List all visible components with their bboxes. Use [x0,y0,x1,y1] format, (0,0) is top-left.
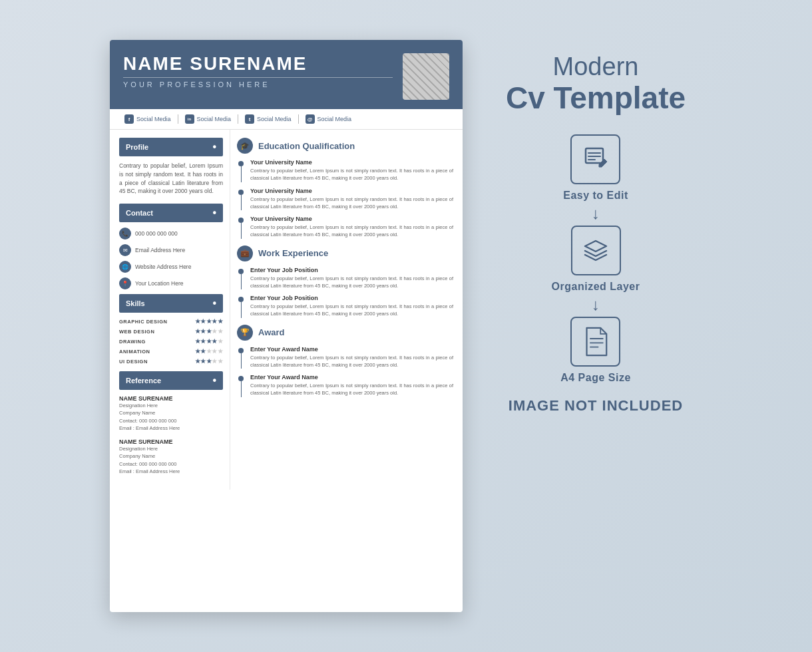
ref-designation-1: Designation Here [119,402,223,409]
award-vert-1 [241,353,242,369]
timeline-vert-1 [241,166,242,182]
timeline-dot-2 [238,190,244,195]
arrow-1: ↓ [592,204,600,223]
award-body-2: Contrary to popular belief, Lorem Ipsum … [250,382,453,397]
reference-section-header: Reference [119,371,223,390]
contact-email: ✉ Email Address Here [119,244,223,256]
education-title: Education Qualification [258,141,355,151]
edu-item-2: Your University Name Contrary to popular… [237,188,453,211]
edu-content-2: Your University Name Contrary to popular… [250,188,453,211]
linkedin-icon: in [185,114,194,124]
skill-name-4: ANIMATION [119,349,150,355]
award-header: 🏆 Award [237,325,453,341]
skill-name-3: DRAWING [119,339,146,345]
exp-item-2: Enter Your Job Position Contrary to popu… [237,295,453,318]
cv-card: NAME SURENAME YOUR PROFESSION HERE f Soc… [110,40,463,612]
award-subtitle-2: Enter Your Award Name [250,374,453,381]
timeline-line-2 [237,188,245,211]
skills-title: Skills [126,299,145,307]
award-body-1: Contrary to popular belief, Lorem Ipsum … [250,354,453,369]
skill-row-3: DRAWING ★★★★★ [119,338,223,345]
exp-body-2: Contrary to popular belief, Lorem Ipsum … [250,303,453,318]
award-item-2: Enter Your Award Name Contrary to popula… [237,374,453,397]
experience-icon: 💼 [237,245,253,261]
award-content-2: Enter Your Award Name Contrary to popula… [250,374,453,397]
skill-name-1: GRAPHIC DESIGN [119,319,167,325]
reference-entry-2: NAME SURENAME Designation Here Company N… [119,438,223,475]
ref-email-2: Email : Email Address Here [119,468,223,475]
social-label-1: Social Media [136,116,171,122]
edit-icon-box [570,134,620,184]
email-text: Email Address Here [135,247,185,253]
website-icon: 🌐 [119,261,131,273]
skill-row-5: UI DESIGN ★★★★★ [119,358,223,365]
exp-subtitle-1: Enter Your Job Position [250,267,453,273]
exp-content-2: Enter Your Job Position Contrary to popu… [250,295,453,318]
feature-layer-label: Organized Layer [552,281,640,293]
ref-email-1: Email : Email Address Here [119,424,223,432]
edu-item-1: Your University Name Contrary to popular… [237,159,453,182]
award-title: Award [258,327,285,337]
exp-content-1: Enter Your Job Position Contrary to popu… [250,267,453,290]
contact-title: Contact [126,209,153,217]
main-title: Modern Cv Template [506,53,686,114]
award-icon: 🏆 [237,325,253,341]
reference-entry-1: NAME SURENAME Designation Here Company N… [119,395,223,432]
feature-edit: Easy to Edit [563,134,628,202]
exp-vert-1 [241,274,242,290]
experience-header: 💼 Work Experience [237,245,453,261]
exp-dot-1 [238,269,244,274]
timeline-dot-3 [238,218,244,223]
location-text: Your Location Here [135,280,183,287]
skill-name-2: WEB DESIGN [119,329,154,335]
website-text: Website Address Here [135,263,191,270]
cv-header: NAME SURENAME YOUR PROFESSION HERE [110,40,463,109]
education-header: 🎓 Education Qualification [237,138,453,154]
education-section: 🎓 Education Qualification Your Universit… [237,138,453,239]
ref-name-2: NAME SURENAME [119,438,223,445]
cv-header-left: NAME SURENAME YOUR PROFESSION HERE [123,53,393,88]
skill-stars-4: ★★★★★ [195,348,224,355]
award-item-1: Enter Your Award Name Contrary to popula… [237,346,453,369]
layer-icon-box [571,226,621,275]
feature-a4-label: A4 Page Size [560,372,631,384]
phone-text: 000 000 000 000 [135,230,178,237]
skill-row-4: ANIMATION ★★★★★ [119,348,223,355]
skill-row-1: GRAPHIC DESIGN ★★★★★ [119,318,223,325]
skill-stars-1: ★★★★★ [195,318,224,325]
award-dot-1 [238,348,244,353]
location-icon: 📍 [119,277,131,289]
cv-left-column: Profile Contrary to popular belief, Lore… [110,130,230,490]
contact-section-header: Contact [119,204,223,222]
edu-item-3: Your University Name Contrary to popular… [237,216,453,239]
social-item-3: t Social Media [238,114,299,124]
twitter-icon: t [245,114,254,124]
a4-icon-box [570,317,620,367]
skill-stars-5: ★★★★★ [195,358,224,365]
feature-layer: Organized Layer [552,226,640,293]
skill-stars-2: ★★★★★ [195,328,224,335]
award-line-2 [237,374,245,397]
social-item-1: f Social Media [118,114,178,124]
edit-icon [580,144,610,174]
exp-vert-2 [241,302,242,318]
social-item-2: in Social Media [178,114,239,124]
contact-phone: 📞 000 000 000 000 [119,228,223,240]
exp-line-1 [237,267,245,290]
ref-company-2: Company Name [119,452,223,460]
title-line2: Cv Template [506,81,686,115]
features-list: Easy to Edit ↓ Organized Layer ↓ [489,134,702,384]
cv-name: NAME SURENAME [123,53,393,75]
edu-subtitle-2: Your University Name [250,188,453,194]
reference-title: Reference [126,377,161,385]
experience-section: 💼 Work Experience Enter Your Job Positio… [237,245,453,318]
social-label-3: Social Media [257,116,292,122]
award-content-1: Enter Your Award Name Contrary to popula… [250,346,453,369]
timeline-line-1 [237,159,245,182]
image-not-included-notice: IMAGE NOT INCLUDED [508,397,683,414]
right-panel: Modern Cv Template Easy to Edit ↓ [489,40,702,414]
facebook-icon: f [124,114,134,124]
ref-contact-1: Contact: 000 000 000 000 [119,417,223,424]
award-subtitle-1: Enter Your Award Name [250,346,453,353]
cv-photo-placeholder [403,53,449,100]
